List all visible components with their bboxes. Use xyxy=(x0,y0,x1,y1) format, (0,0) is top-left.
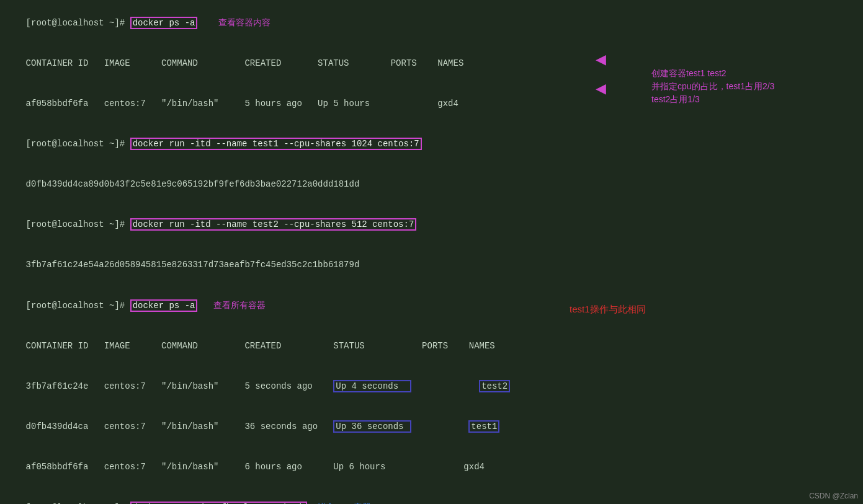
sidebar-annot-test1: test1操作与此相同 xyxy=(570,304,646,316)
line-1: [root@localhost ~]# docker ps -a 查看容器内容 xyxy=(5,2,858,43)
line-5: d0fb439dd4ca89d0b43f2c5e81e9c065192bf9fe… xyxy=(5,164,858,205)
arrow-test1: ◀ xyxy=(596,51,606,68)
line-6: [root@localhost ~]# docker run -itd --na… xyxy=(5,205,858,245)
line-7: 3fb7af61c24e54a26d058945815e8263317d73ae… xyxy=(5,245,858,285)
cmd-8: docker ps -a xyxy=(130,299,198,312)
cmd-13: docker exec -it 3fb7af61c24e bash xyxy=(130,502,307,504)
terminal: [root@localhost ~]# docker ps -a 查看容器内容 … xyxy=(0,0,863,504)
prompt-1: [root@localhost ~]# xyxy=(26,18,130,28)
line-4: [root@localhost ~]# docker run -itd --na… xyxy=(5,124,858,164)
line-10: 3fb7af61c24e centos:7 "/bin/bash" 5 seco… xyxy=(5,367,858,407)
line-11: d0fb439dd4ca centos:7 "/bin/bash" 36 sec… xyxy=(5,407,858,448)
annot-1: 查看容器内容 xyxy=(218,17,271,27)
sidebar-annot-create: 创建容器test1 test2并指定cpu的占比，test1占用2/3test2… xyxy=(651,67,774,106)
cmd-4: docker run -itd --name test1 --cpu-share… xyxy=(130,138,422,150)
line-12: af058bbdf6fa centos:7 "/bin/bash" 6 hour… xyxy=(5,448,858,488)
line-8: [root@localhost ~]# docker ps -a 查看所有容器 xyxy=(5,285,858,326)
cmd-6: docker run -itd --name test2 --cpu-share… xyxy=(130,218,417,231)
cmd-1: docker ps -a xyxy=(130,17,198,29)
line-9: CONTAINER ID IMAGE COMMAND CREATED STATU… xyxy=(5,327,858,367)
watermark: CSDN @Zclan xyxy=(809,492,858,500)
arrow-test2: ◀ xyxy=(596,81,606,97)
annot-8: 查看所有容器 xyxy=(213,300,266,310)
line-13: [root@localhost ~]# docker exec -it 3fb7… xyxy=(5,488,858,504)
